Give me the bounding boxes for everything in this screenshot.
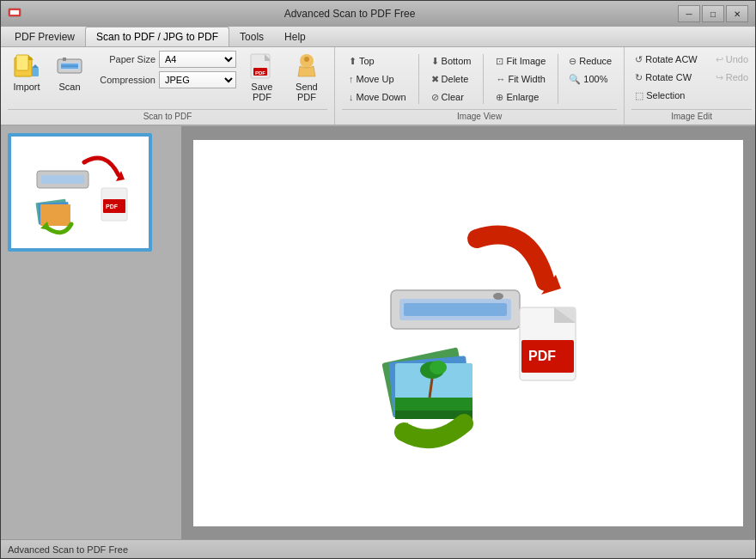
sep2 [483,54,484,104]
zoom-pct-label: 🔍 100% [565,70,615,88]
canvas-area: PDF [181,126,755,539]
enlarge-button[interactable]: ⊕ Enlarge [492,88,549,106]
svg-rect-26 [40,204,70,226]
paper-size-label: Paper Size [94,54,155,64]
app-icon [8,6,21,22]
menu-bar: PDF Preview Scan to PDF / JPG to PDF Too… [1,27,755,47]
save-pdf-icon: PDF [248,52,276,80]
delete-button[interactable]: ✖ Delete [428,70,475,88]
image-edit-section-label: Image Edit [631,109,752,121]
rotate-acw-button[interactable]: ↺ Rotate ACW [631,51,701,68]
send-pdf-icon [293,52,320,80]
fit-col: ⊡ Fit Image ↔ Fit Width ⊕ Enlarge [489,51,552,107]
scan-label: Scan [58,82,80,92]
thumbnail-panel: PDF [1,126,181,539]
save-pdf-label: Save PDF [248,82,276,102]
send-pdf-button[interactable]: Send PDF [286,51,327,104]
clear-button[interactable]: ⊘ Clear [428,88,475,106]
reduce-col: ⊖ Reduce 🔍 100% [564,51,617,107]
svg-point-32 [493,293,503,300]
rotate-cw-button[interactable]: ↻ Rotate CW [631,69,701,86]
ribbon-section-scan-to-pdf: Import Scan [1,47,335,125]
center-illustration: PDF [339,213,597,453]
rotate-col: ↺ Rotate ACW ↻ Rotate CW ⬚ Selection [631,51,701,104]
svg-marker-4 [28,55,34,60]
fit-image-icon: ⊡ [496,56,503,67]
fit-width-button[interactable]: ↔ Fit Width [492,70,549,88]
rotate-cw-icon: ↻ [635,72,643,83]
save-pdf-button[interactable]: PDF Save PDF [241,51,283,104]
main-area: PDF [1,126,755,539]
send-pdf-label: Send PDF [293,82,320,102]
delete-icon: ✖ [431,74,439,85]
move-down-icon: ↓ [349,92,354,102]
top-button[interactable]: ⬆ Top [345,52,410,70]
ribbon-section-image-edit: ↺ Rotate ACW ↻ Rotate CW ⬚ Selection [625,47,756,125]
window-title: Advanced Scan to PDF Free [21,8,678,20]
fit-image-button[interactable]: ⊡ Fit Image [492,52,549,70]
minimize-button[interactable]: ─ [678,5,700,22]
selection-button[interactable]: ⬚ Selection [631,87,701,104]
move-down-button[interactable]: ↓ Move Down [345,88,410,106]
thumbnail-image: PDF [11,137,149,248]
svg-point-46 [430,361,447,374]
enlarge-icon: ⊕ [496,92,503,103]
rotate-acw-icon: ↺ [635,54,643,65]
selection-icon: ⬚ [635,90,643,101]
compression-row: Compression JPEGPNGTIFF [94,71,236,88]
svg-text:PDF: PDF [528,349,556,363]
scan-icon [56,52,83,80]
reduce-icon: ⊖ [569,56,576,67]
tab-scan-to-pdf[interactable]: Scan to PDF / JPG to PDF [85,27,229,46]
tab-tools[interactable]: Tools [229,27,274,46]
redo-icon: ↪ [716,72,723,83]
bottom-button[interactable]: ⬇ Bottom [428,52,475,70]
sep3 [558,54,558,104]
svg-rect-19 [41,175,84,184]
tab-pdf-preview[interactable]: PDF Preview [4,27,85,46]
reduce-button[interactable]: ⊖ Reduce [565,52,615,70]
zoom-icon: 🔍 [569,74,581,85]
svg-text:PDF: PDF [255,70,265,76]
image-view-section-label: Image View [342,109,617,121]
import-button[interactable]: Import [8,51,46,94]
close-button[interactable]: ✕ [726,5,748,22]
compression-label: Compression [94,75,155,85]
nav-col-2: ⬇ Bottom ✖ Delete ⊘ Clear [424,51,479,107]
clear-icon: ⊘ [431,92,439,103]
svg-marker-6 [32,64,39,68]
compression-select[interactable]: JPEGPNGTIFF [159,71,236,88]
svg-text:PDF: PDF [106,204,119,210]
sep1 [418,54,419,104]
scan-button[interactable]: Scan [51,51,88,94]
svg-rect-10 [63,58,66,61]
status-bar: Advanced Scan to PDF Free [1,539,755,558]
status-text: Advanced Scan to PDF Free [8,544,128,555]
import-icon [13,52,40,80]
paper-settings: Paper Size A4A3LetterLegal Compression J… [94,51,236,88]
tab-help[interactable]: Help [274,27,316,46]
undo-col: ↩ Undo ↪ Redo [712,51,752,86]
nav-col-1: ⬆ Top ↑ Move Up ↓ Move Down [342,51,413,107]
top-icon: ⬆ [349,56,357,67]
thumbnail-item[interactable]: PDF [8,133,152,252]
canvas-white: PDF [193,140,743,526]
redo-button[interactable]: ↪ Redo [712,69,752,86]
paper-size-row: Paper Size A4A3LetterLegal [94,51,236,68]
maximize-button[interactable]: □ [702,5,724,22]
import-label: Import [13,82,40,92]
paper-size-select[interactable]: A4A3LetterLegal [159,51,236,68]
svg-rect-3 [16,55,28,70]
svg-point-17 [304,57,309,62]
fit-width-icon: ↔ [496,74,505,84]
move-up-button[interactable]: ↑ Move Up [345,70,410,88]
svg-rect-5 [32,68,39,76]
undo-button[interactable]: ↩ Undo [712,51,752,68]
undo-icon: ↩ [716,54,723,65]
ribbon-section-image-view: ⬆ Top ↑ Move Up ↓ Move Down [335,47,625,125]
svg-rect-31 [404,303,507,316]
window-controls: ─ □ ✕ [678,5,748,22]
main-window: Advanced Scan to PDF Free ─ □ ✕ PDF Prev… [0,0,756,559]
move-up-icon: ↑ [349,74,354,84]
pdf-buttons: PDF Save PDF Send P [241,51,327,104]
